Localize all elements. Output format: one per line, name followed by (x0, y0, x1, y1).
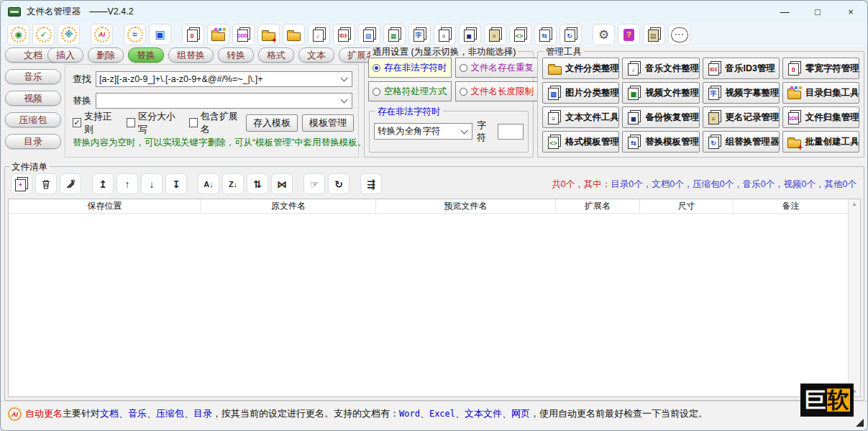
subtitle-tool-button[interactable]: 字视频字幕整理 (703, 82, 780, 104)
music-manage-button[interactable]: ♪ (308, 24, 330, 45)
illegal-action-select[interactable]: 转换为全角字符 (374, 123, 472, 140)
replace-template-tool-button[interactable]: ⇆替换模板管理 (622, 131, 699, 153)
dir-collect-button[interactable] (207, 24, 229, 45)
auto-check-button[interactable]: ✓ (32, 24, 55, 45)
file-collect-button[interactable]: DDD (232, 24, 255, 45)
add-files-button[interactable]: + (11, 173, 32, 194)
tab-delete[interactable]: 删除 (88, 47, 124, 63)
dir-collect-tool-button[interactable]: 目录归集工具 (782, 82, 859, 104)
case-checkbox[interactable]: 区分大小写 (127, 110, 179, 136)
video-manage-button[interactable]: ▦ (383, 24, 406, 45)
option-illegal-chars[interactable]: 存在非法字符时 (368, 58, 452, 78)
find-combobox[interactable] (96, 71, 352, 87)
drag-pick-button[interactable]: ☞ (303, 173, 325, 194)
tab-convert[interactable]: 转换 (218, 47, 254, 63)
backup-restore-button[interactable]: ◼ (459, 24, 481, 45)
rename-log-tool-button[interactable]: ≡更名记录管理 (703, 106, 780, 128)
refresh-button[interactable]: ↻ (328, 173, 350, 194)
id3-manage-button[interactable]: ID3 (333, 24, 355, 45)
radio-icon[interactable] (373, 88, 380, 96)
file-collect-tool-button[interactable]: DDD文件归集管理 (782, 106, 859, 128)
tab-archive[interactable]: 压缩包 (5, 112, 61, 127)
clear-list-button[interactable] (60, 173, 81, 194)
chevron-down-icon[interactable] (341, 75, 348, 82)
checkbox-checked-icon[interactable]: ✓ (73, 118, 81, 127)
batch-create-tool-button[interactable]: 批量创建工具 (782, 131, 859, 153)
distribute-button[interactable]: ⇶ (360, 173, 382, 194)
minimize-button[interactable]: — (768, 1, 801, 22)
replace-template-button[interactable]: ⇆ (534, 24, 557, 45)
delete-selected-button[interactable] (35, 173, 57, 194)
tab-video[interactable]: 视频 (5, 91, 61, 106)
zero-width-tool-button[interactable]: 0零宽字符管理 (782, 58, 859, 79)
format-template-button[interactable]: <> (509, 24, 531, 45)
music-files-tool-button[interactable]: ♪音乐文件整理 (622, 58, 699, 79)
ai-rename-button[interactable]: AI (91, 24, 113, 45)
subtitle-manage-button[interactable]: 字 (408, 24, 431, 45)
column-remark[interactable]: 备注 (734, 199, 848, 213)
image-classify-button[interactable]: ▧ (358, 24, 380, 45)
reverse-order-button[interactable]: ⇅ (247, 173, 268, 194)
sort-az-button[interactable]: A↓ (198, 173, 219, 194)
replace-input[interactable] (96, 96, 342, 106)
chevron-down-icon[interactable] (341, 96, 348, 104)
maximize-button[interactable]: □ (801, 1, 834, 22)
music-id3-tool-button[interactable]: ID3音乐ID3管理 (703, 58, 780, 79)
quick-wave-button[interactable]: ≈ (124, 24, 146, 45)
text-file-tool-button[interactable]: ≡文本文件工具 (542, 106, 619, 128)
batch-create-button[interactable] (257, 24, 280, 45)
char-input[interactable] (498, 124, 524, 140)
sort-za-button[interactable]: Z↓ (222, 173, 244, 194)
radio-icon[interactable] (460, 64, 467, 72)
radio-selected-icon[interactable] (373, 64, 380, 72)
tab-replace[interactable]: 替换 (128, 47, 164, 63)
extension-checkbox[interactable]: 包含扩展名 (189, 110, 242, 136)
tab-format[interactable]: 格式 (258, 47, 294, 63)
move-bottom-button[interactable]: ↧ (165, 173, 187, 194)
feedback-button[interactable]: ⋯ (668, 24, 690, 45)
vertical-scrollbar[interactable]: ▲ ▼ (848, 199, 860, 396)
color-effect-button[interactable]: ※ (58, 24, 80, 45)
regex-checkbox[interactable]: ✓ 支持正则 (73, 110, 117, 136)
move-top-button[interactable]: ↥ (92, 173, 114, 194)
tab-directory[interactable]: 目录 (5, 134, 61, 149)
column-original-name[interactable]: 原文件名 (201, 199, 376, 213)
checkbox-unchecked-icon[interactable] (127, 118, 135, 127)
chevron-down-icon[interactable] (461, 127, 468, 134)
tab-group-replace[interactable]: 组替换 (168, 47, 214, 63)
column-size[interactable]: 尺寸 (640, 199, 734, 213)
help-button[interactable]: ? (618, 24, 640, 45)
tab-music[interactable]: 音乐 (5, 69, 61, 84)
scroll-up-icon[interactable]: ▲ (851, 201, 857, 207)
video-files-tool-button[interactable]: ▦视频文件整理 (622, 82, 699, 104)
column-preview-name[interactable]: 预览文件名 (376, 199, 556, 213)
column-save-path[interactable]: 保存位置 (9, 199, 201, 213)
radio-icon[interactable] (460, 88, 467, 96)
tab-insert[interactable]: 插入 (47, 47, 83, 63)
file-classify-button[interactable] (283, 24, 305, 45)
option-duplicate-names[interactable]: 文件名存在重复 (455, 58, 539, 78)
move-down-button[interactable]: ↓ (141, 173, 163, 194)
group-replace-tool-button[interactable]: ↻组替换管理器 (703, 131, 780, 153)
find-input[interactable] (96, 74, 342, 84)
group-replace-button[interactable]: ↻ (559, 24, 582, 45)
preview-button[interactable]: ◉ (7, 24, 29, 45)
format-template-tool-button[interactable]: <>格式模板管理 (542, 131, 619, 153)
option-length-limit[interactable]: 文件名长度限制 (455, 81, 539, 101)
rename-log-button[interactable]: ≡ (484, 24, 506, 45)
file-classify-tool-button[interactable]: 文件分类整理 (542, 58, 619, 79)
backup-restore-tool-button[interactable]: ◼备份恢复管理 (622, 106, 699, 128)
close-button[interactable]: × (834, 1, 867, 22)
manage-template-button[interactable]: 模板管理 (302, 114, 354, 132)
text-tools-button[interactable]: ≡ (434, 24, 456, 45)
checkbox-unchecked-icon[interactable] (189, 118, 198, 127)
save-template-button[interactable]: 存入模板 (246, 114, 298, 132)
resize-grip[interactable] (856, 419, 864, 427)
image-classify-tool-button[interactable]: ▧图片分类整理 (542, 82, 619, 104)
zero-width-button[interactable]: 0 (182, 24, 204, 45)
save-schedule-button[interactable]: ▣ (149, 24, 171, 45)
option-space-handling[interactable]: 空格符处理方式 (368, 81, 452, 101)
random-order-button[interactable]: ⋈ (271, 173, 293, 194)
tab-text[interactable]: 文本 (298, 47, 334, 63)
license-button[interactable]: ▤ (643, 24, 665, 45)
